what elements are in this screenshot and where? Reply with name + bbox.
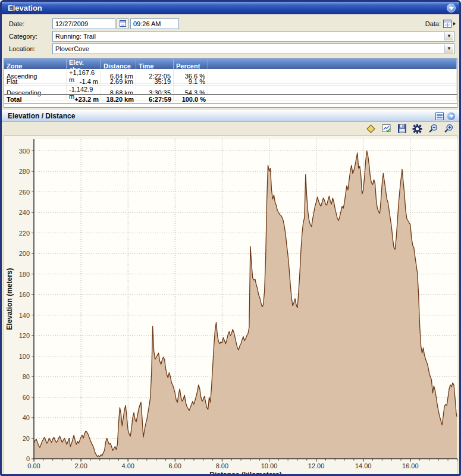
titlebar: Elevation xyxy=(2,2,459,14)
svg-text:Distance (kilometers): Distance (kilometers) xyxy=(209,471,281,476)
table-cell xyxy=(208,94,457,104)
calendar-icon xyxy=(120,20,126,27)
diamond-marker-icon[interactable] xyxy=(366,124,376,134)
elevation-chart: 0204060801001201401601802002202402602803… xyxy=(4,135,457,476)
svg-text:10.00: 10.00 xyxy=(261,462,278,469)
table-cell: 2.69 km xyxy=(101,77,136,86)
location-value: PloverCove xyxy=(55,45,89,52)
table-cell: 9.1 % xyxy=(174,77,208,86)
table-cell: -1.4 m xyxy=(67,77,101,86)
svg-text:180: 180 xyxy=(19,271,30,278)
chart-settings-icon[interactable] xyxy=(381,124,391,134)
table-cell: 18.20 km xyxy=(101,94,136,104)
zoom-out-icon[interactable] xyxy=(428,124,438,134)
save-icon[interactable] xyxy=(397,124,407,134)
chart-title: Elevation / Distance xyxy=(8,112,435,120)
svg-text:260: 260 xyxy=(19,189,30,196)
table-cell: 35:19 xyxy=(136,77,174,86)
svg-text:200: 200 xyxy=(19,250,30,257)
table-cell xyxy=(208,77,457,86)
date-label: Date: xyxy=(9,20,52,27)
svg-text:220: 220 xyxy=(19,230,30,237)
table-header-row: ZoneElev. chg.DistanceTimePercent xyxy=(4,59,457,69)
chevron-down-icon[interactable]: ▼ xyxy=(444,32,453,40)
svg-text:20: 20 xyxy=(23,435,30,442)
zoom-in-icon[interactable] xyxy=(443,124,453,134)
svg-text:300: 300 xyxy=(19,148,30,155)
chevron-down-icon[interactable]: ▼ xyxy=(444,45,453,53)
chevron-down-icon xyxy=(449,7,454,10)
svg-text:12.00: 12.00 xyxy=(308,462,325,469)
svg-text:0.00: 0.00 xyxy=(27,462,40,469)
table-cell: 6:27:59 xyxy=(136,94,174,104)
panel-menu-button[interactable] xyxy=(447,4,456,12)
svg-text:2.00: 2.00 xyxy=(74,462,87,469)
table-cell: Flat xyxy=(4,77,67,86)
form-area: Date: 12/27/2009 09:26 AM Data: Category… xyxy=(2,14,459,57)
category-row: Category: Running: Trail ▼ xyxy=(9,30,456,42)
svg-text:6.00: 6.00 xyxy=(169,462,181,469)
svg-text:80: 80 xyxy=(23,373,30,380)
table-cell: Total xyxy=(4,94,67,104)
table-cell: 100.0 % xyxy=(174,94,208,104)
category-value: Running: Trail xyxy=(55,33,96,40)
chart-toolbar xyxy=(2,122,459,135)
category-label: Category: xyxy=(9,33,52,40)
elevation-window: Elevation Date: 12/27/2009 09:26 AM Data… xyxy=(0,0,461,476)
svg-text:16.00: 16.00 xyxy=(402,462,419,469)
time-input[interactable]: 09:26 AM xyxy=(130,18,179,29)
gear-icon[interactable] xyxy=(412,124,422,134)
svg-text:40: 40 xyxy=(23,414,30,421)
svg-text:60: 60 xyxy=(23,394,30,401)
table-total-row: Total+23.2 m18.20 km6:27:59100.0 % xyxy=(4,94,457,104)
split-view-icon[interactable] xyxy=(435,112,444,120)
location-select[interactable]: PloverCove ▼ xyxy=(52,43,454,54)
page-title: Elevation xyxy=(8,4,447,12)
chart-menu-button[interactable] xyxy=(447,112,456,121)
svg-text:100: 100 xyxy=(19,353,30,360)
table-row: Flat-1.4 m2.69 km35:199.1 % xyxy=(4,77,457,86)
data-expand-arrow-icon[interactable] xyxy=(453,22,456,26)
elevation-distance-plot: 0204060801001201401601802002202402602803… xyxy=(4,136,460,476)
svg-text:4.00: 4.00 xyxy=(121,462,134,469)
data-grid-icon[interactable] xyxy=(443,20,451,28)
chevron-down-icon xyxy=(449,115,454,118)
location-label: Location: xyxy=(9,45,52,52)
table-row: Descending-1,142.9 m8.68 km3:30:3554.3 % xyxy=(4,86,457,94)
date-input[interactable]: 12/27/2009 xyxy=(52,18,115,29)
calendar-button[interactable] xyxy=(117,18,128,29)
svg-text:120: 120 xyxy=(19,332,30,339)
table-body: Ascending+1,167.6 m6.84 km2:22:0536.6 %F… xyxy=(4,69,457,94)
location-row: Location: PloverCove ▼ xyxy=(9,43,456,54)
svg-text:8.00: 8.00 xyxy=(216,462,228,469)
category-select[interactable]: Running: Trail ▼ xyxy=(52,31,454,42)
table-cell: +23.2 m xyxy=(67,94,101,104)
svg-text:0: 0 xyxy=(26,455,30,462)
svg-text:14.00: 14.00 xyxy=(355,462,372,469)
date-row: Date: 12/27/2009 09:26 AM Data: xyxy=(9,18,456,29)
zone-summary-table: ZoneElev. chg.DistanceTimePercent Ascend… xyxy=(4,58,457,108)
chart-titlebar: Elevation / Distance xyxy=(2,110,459,122)
svg-text:240: 240 xyxy=(19,209,30,216)
svg-text:140: 140 xyxy=(19,312,30,319)
svg-text:160: 160 xyxy=(19,291,30,298)
data-label: Data: xyxy=(425,20,441,27)
svg-text:Elevation (meters): Elevation (meters) xyxy=(5,268,14,330)
svg-text:280: 280 xyxy=(19,168,30,175)
table-row: Ascending+1,167.6 m6.84 km2:22:0536.6 % xyxy=(4,69,457,77)
